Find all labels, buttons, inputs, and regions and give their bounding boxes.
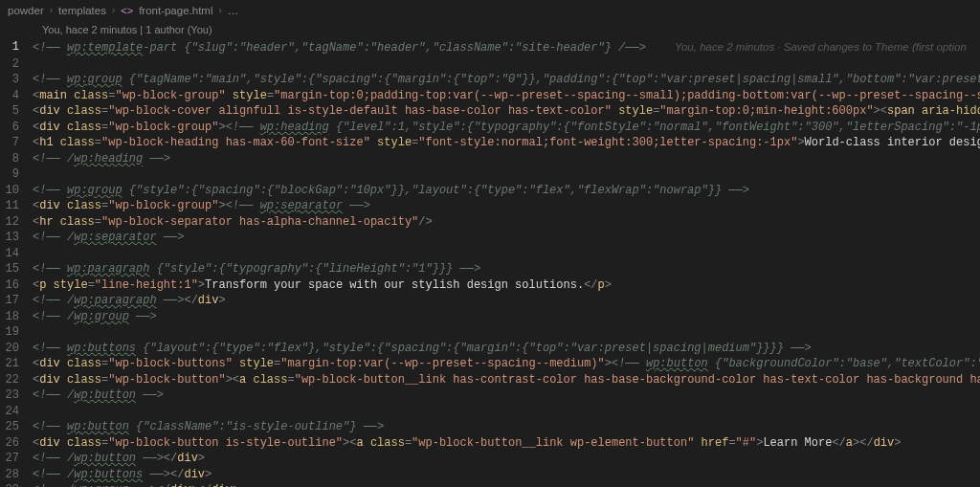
- line-number: 12: [0, 214, 33, 231]
- line-number: 6: [0, 120, 33, 136]
- line-content[interactable]: <div class="wp-block-cover alignfull is-…: [33, 103, 980, 120]
- code-line[interactable]: 8<!—— /wp:heading ——>: [0, 151, 980, 167]
- line-content[interactable]: <div class="wp-block-group"><!—— wp:head…: [33, 120, 980, 136]
- code-line[interactable]: 10<!—— wp:group {"style":{"spacing":{"bl…: [0, 183, 980, 199]
- line-number: 19: [0, 324, 33, 341]
- code-line[interactable]: 5<div class="wp-block-cover alignfull is…: [0, 103, 980, 120]
- line-content[interactable]: <!—— wp:paragraph {"style":{"typography"…: [33, 261, 980, 277]
- codelens-authors[interactable]: You, hace 2 minutos | 1 author (You): [0, 22, 980, 40]
- line-number: 28: [0, 467, 33, 483]
- line-number: 24: [0, 404, 33, 420]
- line-content[interactable]: <div class="wp-block-button is-style-out…: [33, 435, 980, 452]
- breadcrumb-ellipsis[interactable]: …: [228, 3, 239, 19]
- line-content[interactable]: <!—— /wp:buttons ——></div>: [33, 467, 980, 483]
- line-number: 4: [0, 88, 33, 104]
- line-content[interactable]: [33, 246, 980, 262]
- line-number: 1: [0, 39, 33, 56]
- inline-git-blame: You, hace 2 minutos · Saved changes to T…: [646, 41, 967, 53]
- chevron-right-icon: ›: [50, 3, 53, 19]
- line-content[interactable]: <p style="line-height:1">Transform your …: [33, 277, 980, 294]
- line-number: 3: [0, 72, 33, 88]
- line-content[interactable]: <!—— wp:group {"tagName":"main","style":…: [33, 72, 980, 88]
- line-number: 7: [0, 135, 33, 151]
- line-content[interactable]: [33, 56, 980, 73]
- line-content[interactable]: <main class="wp-block-group" style="marg…: [33, 88, 980, 104]
- line-content[interactable]: <!—— /wp:paragraph ——></div>: [33, 293, 980, 309]
- line-number: 2: [0, 56, 33, 73]
- line-content[interactable]: <!—— wp:buttons {"layout":{"type":"flex"…: [33, 341, 980, 357]
- line-content[interactable]: <div class="wp-block-button"><a class="w…: [33, 372, 980, 388]
- code-line[interactable]: 23<!—— /wp:button ——>: [0, 387, 980, 404]
- code-line[interactable]: 24: [0, 404, 980, 420]
- line-number: 27: [0, 451, 33, 467]
- line-number: 13: [0, 230, 33, 246]
- code-line[interactable]: 3<!—— wp:group {"tagName":"main","style"…: [0, 72, 980, 88]
- code-line[interactable]: 9: [0, 166, 980, 183]
- line-content[interactable]: <hr class="wp-block-separator has-alpha-…: [33, 214, 980, 231]
- line-number: 21: [0, 356, 33, 372]
- code-line[interactable]: 28<!—— /wp:buttons ——></div>: [0, 467, 980, 483]
- line-content[interactable]: <h1 class="wp-block-heading has-max-60-f…: [33, 135, 980, 151]
- code-line[interactable]: 26<div class="wp-block-button is-style-o…: [0, 435, 980, 452]
- line-number: 15: [0, 261, 33, 277]
- line-content[interactable]: <div class="wp-block-buttons" style="mar…: [33, 356, 980, 372]
- line-content[interactable]: [33, 324, 980, 341]
- line-content[interactable]: [33, 404, 980, 420]
- code-line[interactable]: 11<div class="wp-block-group"><!—— wp:se…: [0, 198, 980, 214]
- line-content[interactable]: <!—— wp:group {"style":{"spacing":{"bloc…: [33, 183, 980, 199]
- code-line[interactable]: 13<!—— /wp:separator ——>: [0, 230, 980, 246]
- line-number: 8: [0, 151, 33, 167]
- line-content[interactable]: <!—— /wp:group ——></div></div>: [33, 482, 980, 487]
- code-line[interactable]: 7<h1 class="wp-block-heading has-max-60-…: [0, 135, 980, 151]
- line-number: 22: [0, 372, 33, 388]
- line-number: 29: [0, 482, 33, 487]
- line-content[interactable]: <!—— wp:template-part {"slug":"header","…: [33, 39, 980, 56]
- code-line[interactable]: 6<div class="wp-block-group"><!—— wp:hea…: [0, 120, 980, 136]
- line-content[interactable]: <!—— wp:button {"className":"is-style-ou…: [33, 419, 980, 435]
- breadcrumb-folder[interactable]: templates: [58, 3, 106, 19]
- code-line[interactable]: 1<!—— wp:template-part {"slug":"header",…: [0, 39, 980, 56]
- line-number: 23: [0, 387, 33, 404]
- code-editor[interactable]: 1<!—— wp:template-part {"slug":"header",…: [0, 39, 980, 487]
- code-line[interactable]: 4<main class="wp-block-group" style="mar…: [0, 88, 980, 104]
- line-number: 5: [0, 103, 33, 120]
- line-number: 18: [0, 309, 33, 325]
- code-line[interactable]: 29<!—— /wp:group ——></div></div>: [0, 482, 980, 487]
- line-content[interactable]: <!—— /wp:button ——>: [33, 387, 980, 404]
- line-number: 10: [0, 183, 33, 199]
- code-line[interactable]: 19: [0, 324, 980, 341]
- html-file-icon: <>: [121, 3, 133, 19]
- code-line[interactable]: 15<!—— wp:paragraph {"style":{"typograph…: [0, 261, 980, 277]
- breadcrumb-file[interactable]: front-page.html: [139, 3, 212, 19]
- code-line[interactable]: 22<div class="wp-block-button"><a class=…: [0, 372, 980, 388]
- line-number: 14: [0, 246, 33, 262]
- code-line[interactable]: 17<!—— /wp:paragraph ——></div>: [0, 293, 980, 309]
- line-number: 25: [0, 419, 33, 435]
- code-line[interactable]: 14: [0, 246, 980, 262]
- breadcrumb: powder › templates › <> front-page.html …: [0, 0, 980, 22]
- line-number: 9: [0, 166, 33, 183]
- code-line[interactable]: 25<!—— wp:button {"className":"is-style-…: [0, 419, 980, 435]
- line-number: 11: [0, 198, 33, 214]
- line-number: 26: [0, 435, 33, 452]
- chevron-right-icon: ›: [218, 3, 221, 19]
- code-line[interactable]: 18<!—— /wp:group ——>: [0, 309, 980, 325]
- code-line[interactable]: 21<div class="wp-block-buttons" style="m…: [0, 356, 980, 372]
- line-content[interactable]: <!—— /wp:separator ——>: [33, 230, 980, 246]
- line-content[interactable]: <div class="wp-block-group"><!—— wp:sepa…: [33, 198, 980, 214]
- line-content[interactable]: <!—— /wp:button ——></div>: [33, 451, 980, 467]
- chevron-right-icon: ›: [112, 3, 115, 19]
- code-line[interactable]: 12<hr class="wp-block-separator has-alph…: [0, 214, 980, 231]
- line-content[interactable]: <!—— /wp:group ——>: [33, 309, 980, 325]
- code-line[interactable]: 27<!—— /wp:button ——></div>: [0, 451, 980, 467]
- breadcrumb-root[interactable]: powder: [8, 3, 44, 19]
- line-content[interactable]: <!—— /wp:heading ——>: [33, 151, 980, 167]
- code-line[interactable]: 16<p style="line-height:1">Transform you…: [0, 277, 980, 294]
- line-content[interactable]: [33, 166, 980, 183]
- line-number: 16: [0, 277, 33, 294]
- line-number: 20: [0, 341, 33, 357]
- code-line[interactable]: 2: [0, 56, 980, 73]
- code-line[interactable]: 20<!—— wp:buttons {"layout":{"type":"fle…: [0, 341, 980, 357]
- line-number: 17: [0, 293, 33, 309]
